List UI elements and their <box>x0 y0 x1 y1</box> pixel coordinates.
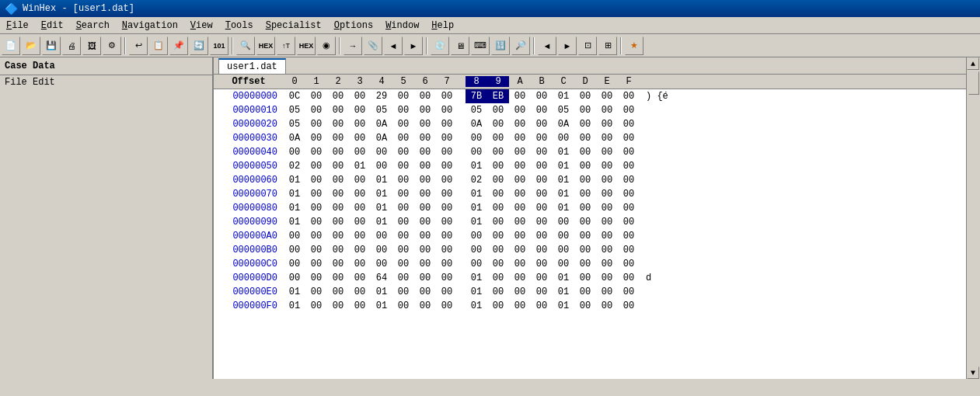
hex-cell[interactable]: 00 <box>305 285 327 299</box>
find-hex-button[interactable]: HEX <box>256 36 275 55</box>
hex-cell[interactable]: 01 <box>371 215 392 229</box>
hex-cell[interactable]: 00 <box>618 159 640 173</box>
hex-cell[interactable]: 00 <box>574 201 596 215</box>
bookmark-button[interactable]: 📎 <box>364 36 382 55</box>
hex-cell[interactable]: 00 <box>618 285 640 299</box>
hex-cell[interactable]: 01 <box>284 215 305 229</box>
hex-cell[interactable]: 00 <box>574 131 596 145</box>
hex-cell[interactable]: 00 <box>414 117 436 131</box>
hex-cell[interactable]: 0C <box>284 89 305 103</box>
hex-cell[interactable]: 00 <box>436 299 458 313</box>
hex-cell[interactable]: 00 <box>349 243 371 257</box>
hex-cell[interactable]: 00 <box>436 89 458 103</box>
hex-cell[interactable]: 00 <box>349 201 371 215</box>
scrollbar[interactable]: ▲ ▼ <box>966 57 980 379</box>
menu-file[interactable]: File <box>0 17 35 33</box>
hex-cell[interactable]: 7B <box>466 89 487 103</box>
find-all-button[interactable]: ◉ <box>317 36 336 55</box>
hex-cell[interactable]: 00 <box>596 159 618 173</box>
hex-cell[interactable]: 00 <box>392 187 414 201</box>
hex-body[interactable]: 000000000C000000290000007BEB000001000000… <box>214 89 966 379</box>
hex-cell[interactable]: 00 <box>414 201 436 215</box>
hex-cell[interactable]: 00 <box>392 173 414 187</box>
hex-cell[interactable]: 01 <box>284 187 305 201</box>
hex-cell[interactable]: 01 <box>466 187 487 201</box>
hex-cell[interactable]: 00 <box>574 257 596 271</box>
hex-cell[interactable]: 01 <box>553 159 574 173</box>
hex101-button[interactable]: 101 <box>210 36 228 55</box>
hex-cell[interactable]: 00 <box>618 271 640 285</box>
hex-cell[interactable]: 00 <box>414 299 436 313</box>
hex-cell[interactable]: 01 <box>553 201 574 215</box>
copy-button[interactable]: 📋 <box>149 36 168 55</box>
hex-cell[interactable]: 01 <box>466 285 487 299</box>
hex-cell[interactable]: 00 <box>414 131 436 145</box>
hex-cell[interactable]: 00 <box>349 131 371 145</box>
hex-cell[interactable]: 01 <box>466 159 487 173</box>
hex-cell[interactable]: 00 <box>349 117 371 131</box>
hex-cell[interactable]: 00 <box>392 131 414 145</box>
options-button[interactable]: ⚙ <box>103 36 121 55</box>
hex-cell[interactable]: 05 <box>466 103 487 117</box>
hex-cell[interactable]: 00 <box>509 299 531 313</box>
hex-cell[interactable]: 00 <box>436 271 458 285</box>
hex-cell[interactable]: 00 <box>414 89 436 103</box>
hex-cell[interactable]: 00 <box>509 89 531 103</box>
hex-cell[interactable]: 01 <box>371 201 392 215</box>
hex-cell[interactable]: 00 <box>487 131 509 145</box>
hex-cell[interactable]: 01 <box>371 299 392 313</box>
hex-cell[interactable]: 00 <box>618 187 640 201</box>
hex-cell[interactable]: 64 <box>371 271 392 285</box>
hex-cell[interactable]: 00 <box>305 117 327 131</box>
hex-cell[interactable]: 00 <box>574 299 596 313</box>
hex-cell[interactable]: 00 <box>349 187 371 201</box>
hex-cell[interactable]: 01 <box>553 145 574 159</box>
hex-cell[interactable]: 05 <box>553 103 574 117</box>
hex-cell[interactable]: 00 <box>574 145 596 159</box>
hex-cell[interactable]: 00 <box>574 117 596 131</box>
hex-cell[interactable]: 00 <box>392 243 414 257</box>
hex-cell[interactable]: 00 <box>509 257 531 271</box>
hex-cell[interactable]: 00 <box>596 145 618 159</box>
hex-cell[interactable]: 00 <box>305 201 327 215</box>
hex-cell[interactable]: 00 <box>487 271 509 285</box>
menu-tools[interactable]: Tools <box>219 17 260 33</box>
hex-cell[interactable]: 00 <box>531 103 553 117</box>
hex-cell[interactable]: 00 <box>436 229 458 243</box>
hex-cell[interactable]: 01 <box>284 173 305 187</box>
hex-cell[interactable]: 00 <box>371 159 392 173</box>
calc-button[interactable]: 🔢 <box>491 36 510 55</box>
hex-cell[interactable]: 00 <box>392 257 414 271</box>
hex-cell[interactable]: 00 <box>414 285 436 299</box>
hex-cell[interactable]: 01 <box>371 285 392 299</box>
hex-cell[interactable]: 00 <box>553 229 574 243</box>
hex-cell[interactable]: 00 <box>574 159 596 173</box>
hex-cell[interactable]: 00 <box>414 271 436 285</box>
hex-cell[interactable]: 00 <box>487 173 509 187</box>
hex-cell[interactable]: 00 <box>327 299 349 313</box>
hex-cell[interactable]: 00 <box>392 285 414 299</box>
hex-cell[interactable]: 00 <box>414 173 436 187</box>
scroll-down-button[interactable]: ▼ <box>967 366 979 379</box>
hex-cell[interactable]: 00 <box>487 201 509 215</box>
hex-cell[interactable]: 00 <box>392 117 414 131</box>
compare-button[interactable]: 🔄 <box>190 36 208 55</box>
save-button[interactable]: 💾 <box>42 36 61 55</box>
hex-cell[interactable]: 00 <box>618 257 640 271</box>
hex-cell[interactable]: 00 <box>349 103 371 117</box>
hex-cell[interactable]: 00 <box>509 215 531 229</box>
hex-cell[interactable]: 00 <box>596 173 618 187</box>
hex-cell[interactable]: 00 <box>574 285 596 299</box>
hex-cell[interactable]: 00 <box>509 131 531 145</box>
hex-cell[interactable]: 29 <box>371 89 392 103</box>
find-next-hex-button[interactable]: HEX <box>297 36 316 55</box>
hex-cell[interactable]: 00 <box>392 271 414 285</box>
hex-cell[interactable]: 00 <box>305 299 327 313</box>
hex-cell[interactable]: 00 <box>531 145 553 159</box>
hex-cell[interactable]: 00 <box>487 257 509 271</box>
hex-cell[interactable]: 00 <box>596 257 618 271</box>
hex-cell[interactable]: 01 <box>371 187 392 201</box>
hex-cell[interactable]: 00 <box>487 229 509 243</box>
hex-cell[interactable]: 00 <box>466 243 487 257</box>
hex-cell[interactable]: 00 <box>596 89 618 103</box>
